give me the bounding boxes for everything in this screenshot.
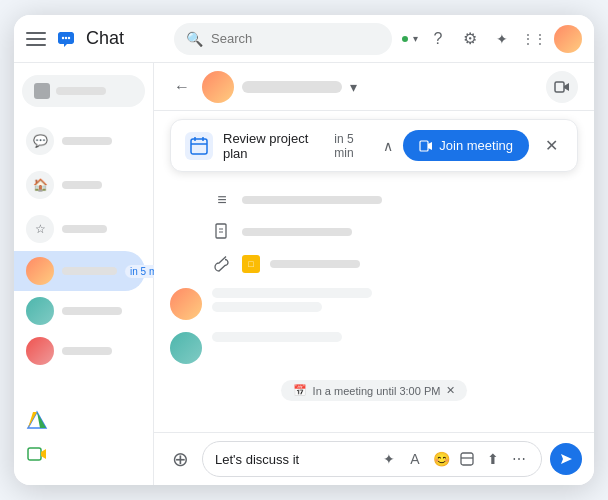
message-avatar-2 — [170, 332, 202, 364]
meeting-badge-text: In a meeting until 3:00 PM — [313, 385, 441, 397]
svg-point-2 — [65, 36, 67, 38]
emoji-icon[interactable]: 😊 — [431, 449, 451, 469]
join-meeting-button[interactable]: Join meeting — [403, 130, 529, 161]
svg-rect-18 — [216, 224, 226, 238]
message-bubble-2a — [212, 332, 342, 342]
sidebar-item-chat-3[interactable] — [14, 331, 145, 371]
sparkle-icon[interactable]: ✦ — [490, 27, 514, 51]
sidebar: 💬 🏠 ☆ in 5 min ▶ — [14, 63, 154, 485]
starred-icon: ☆ — [26, 215, 54, 243]
drive-icon — [26, 409, 48, 431]
svg-marker-17 — [428, 142, 432, 150]
user-avatar[interactable] — [554, 25, 582, 53]
chat-header-right — [546, 71, 578, 103]
sidebar-meet-icon[interactable] — [26, 439, 141, 469]
status-chevron: ▾ — [413, 33, 418, 44]
message-content-1 — [212, 288, 578, 312]
file-bar-2 — [242, 228, 352, 236]
spaces-icon: 🏠 — [26, 171, 54, 199]
chat-header-name — [242, 81, 342, 93]
search-input[interactable] — [211, 23, 380, 55]
sidebar-bottom-icons — [14, 397, 153, 477]
meeting-status-badge: 📅 In a meeting until 3:00 PM ✕ — [281, 380, 468, 401]
top-bar-right: ▾ ? ⚙ ✦ ⋮⋮ — [400, 25, 582, 53]
meeting-close-button[interactable]: ✕ — [539, 134, 563, 158]
svg-marker-23 — [561, 454, 572, 464]
message-content-2 — [212, 332, 578, 342]
add-attachment-button[interactable]: ⊕ — [166, 445, 194, 473]
help-icon[interactable]: ? — [426, 27, 450, 51]
input-icons-group: ✦ A 😊 ⬆ ⋯ — [379, 449, 529, 469]
status-dot — [400, 34, 410, 44]
compose-button[interactable] — [22, 75, 145, 107]
file-row-3: □ — [212, 252, 578, 276]
status-indicator[interactable]: ▾ — [400, 33, 418, 44]
app-window: Chat 🔍 ▾ ? ⚙ ✦ ⋮⋮ 💬 — [14, 15, 594, 485]
file-row-2 — [212, 220, 578, 244]
upload-icon[interactable]: ⬆ — [483, 449, 503, 469]
file-bar-1 — [242, 196, 382, 204]
svg-rect-16 — [420, 141, 428, 151]
chat-bubble-icon: 💬 — [26, 127, 54, 155]
sidebar-spaces-label — [62, 181, 102, 189]
format-text-icon[interactable]: A — [405, 449, 425, 469]
sparkle-input-icon[interactable]: ✦ — [379, 449, 399, 469]
sidebar-item-active-chat[interactable]: in 5 min ▶ — [14, 251, 145, 291]
expand-icon[interactable]: ∧ — [383, 138, 393, 154]
meeting-title: Review project plan — [223, 131, 328, 161]
document-icon — [212, 222, 232, 242]
message-row-2 — [170, 332, 578, 364]
sidebar-avatar-1 — [26, 257, 54, 285]
message-row-1 — [170, 288, 578, 320]
chat-area: ← ▾ Review project plan in 5 min — [154, 63, 594, 485]
sidebar-item-chat[interactable]: 💬 — [14, 119, 153, 163]
sidebar-item-starred[interactable]: ☆ — [14, 207, 153, 251]
sidebar-chat-name-3 — [62, 347, 112, 355]
search-icon: 🔍 — [186, 31, 203, 47]
top-bar-left: Chat — [26, 27, 166, 51]
sidebar-starred-label — [62, 225, 107, 233]
sidebar-drive-icon[interactable] — [26, 405, 141, 435]
sidebar-item-spaces[interactable]: 🏠 — [14, 163, 153, 207]
compose-label — [56, 87, 106, 95]
more-options-icon[interactable]: ⋯ — [509, 449, 529, 469]
sidebar-chat-name-2 — [62, 307, 122, 315]
sidebar-chat-label — [62, 137, 112, 145]
svg-point-1 — [62, 36, 64, 38]
google-chat-logo — [54, 27, 78, 51]
message-bubble-1b — [212, 302, 322, 312]
app-title: Chat — [86, 28, 124, 49]
paperclip-icon — [212, 254, 232, 274]
chat-header-chevron[interactable]: ▾ — [350, 79, 357, 95]
message-input-area: Let's discuss it ✦ A 😊 ⬆ ⋯ — [202, 441, 542, 477]
settings-icon[interactable]: ⚙ — [458, 27, 482, 51]
sidebar-item-chat-2[interactable] — [14, 291, 145, 331]
svg-rect-10 — [555, 82, 564, 92]
file-type-badge: □ — [242, 255, 260, 273]
file-row-1: ≡ — [212, 188, 578, 212]
meet-icon — [26, 443, 48, 465]
attach-file-icon[interactable] — [457, 449, 477, 469]
video-call-button[interactable] — [546, 71, 578, 103]
main-area: 💬 🏠 ☆ in 5 min ▶ — [14, 63, 594, 485]
search-bar[interactable]: 🔍 — [174, 23, 392, 55]
list-icon: ≡ — [212, 190, 232, 210]
svg-rect-12 — [191, 139, 207, 154]
chat-header: ← ▾ — [154, 63, 594, 111]
meeting-badge-icon: 📅 — [293, 384, 307, 397]
compose-icon — [34, 83, 50, 99]
message-input-text[interactable]: Let's discuss it — [215, 452, 371, 467]
back-button[interactable]: ← — [170, 75, 194, 99]
meeting-calendar-icon — [185, 132, 213, 160]
input-bar: ⊕ Let's discuss it ✦ A 😊 ⬆ ⋯ — [154, 432, 594, 485]
sidebar-avatar-2 — [26, 297, 54, 325]
top-bar: Chat 🔍 ▾ ? ⚙ ✦ ⋮⋮ — [14, 15, 594, 63]
hamburger-menu-icon[interactable] — [26, 32, 46, 46]
sidebar-avatar-3 — [26, 337, 54, 365]
messages-area: ≡ □ — [154, 180, 594, 432]
file-bar-3 — [270, 260, 360, 268]
meeting-badge-close[interactable]: ✕ — [446, 384, 455, 397]
grid-icon[interactable]: ⋮⋮ — [522, 27, 546, 51]
meeting-text: Review project plan in 5 min — [223, 131, 373, 161]
send-button[interactable] — [550, 443, 582, 475]
